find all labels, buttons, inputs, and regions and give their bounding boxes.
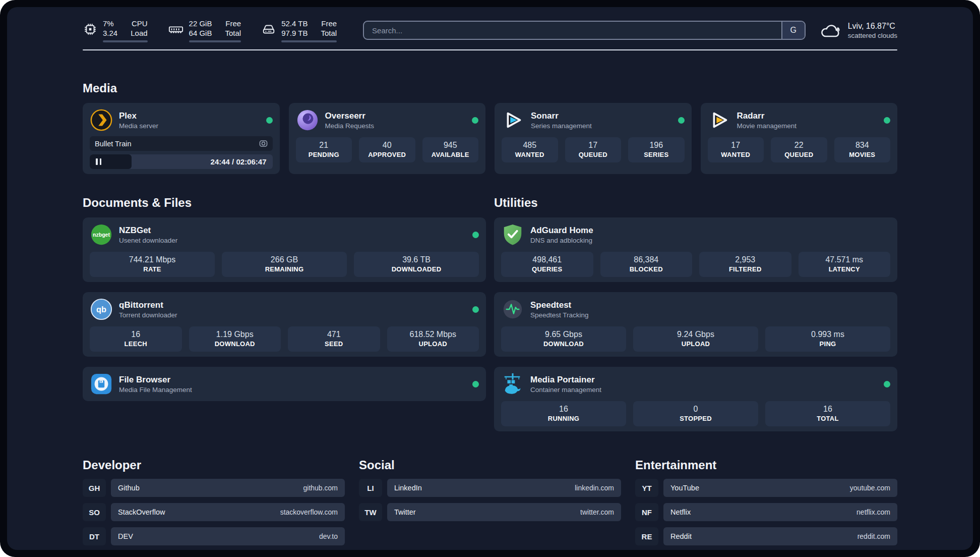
service-subtitle: Media Requests [325, 122, 375, 130]
stat-downloaded: 39.6 TBDOWNLOADED [354, 252, 479, 277]
pause-icon[interactable] [96, 158, 101, 165]
link-dev[interactable]: DT DEVdev.to [83, 527, 345, 545]
search-provider-button[interactable]: G [781, 22, 805, 39]
playback-progress-fill [90, 154, 132, 169]
service-name: Overseerr [325, 110, 375, 121]
cpu-usage-label: CPU [131, 19, 147, 28]
sonarr-card[interactable]: Sonarr Series management 485WANTED 17QUE… [495, 103, 692, 174]
link-stackoverflow[interactable]: SO StackOverflowstackoverflow.com [83, 503, 345, 521]
stat-upload: 9.24 GbpsUPLOAD [633, 326, 758, 352]
stat-latency: 47.571 msLATENCY [799, 252, 891, 277]
link-name: Reddit [670, 532, 692, 540]
service-subtitle: Movie management [737, 122, 797, 130]
link-netflix[interactable]: NF Netflixnetflix.com [635, 503, 897, 521]
service-name: File Browser [119, 374, 192, 385]
overseerr-icon [296, 108, 319, 132]
svg-text:qb: qb [96, 305, 106, 314]
link-abbr: YT [635, 479, 658, 497]
link-name: Netflix [670, 508, 691, 516]
stat-running: 16RUNNING [501, 401, 626, 426]
search-input[interactable] [364, 22, 781, 39]
service-subtitle: Usenet downloader [119, 236, 177, 245]
disk-icon [261, 22, 276, 37]
now-playing-title: Bullet Train [95, 140, 132, 148]
section-title-utilities: Utilities [494, 195, 897, 210]
link-abbr: GH [83, 479, 106, 497]
section-title-documents: Documents & Files [83, 195, 486, 210]
link-name: Github [118, 484, 140, 492]
stat-download: 1.19 GbpsDOWNLOAD [189, 326, 281, 352]
entertainment-links-column: Entertainment YT YouTubeyoutube.com NF N… [635, 458, 897, 545]
qbittorrent-icon: qb [90, 298, 113, 321]
stat-ping: 0.993 msPING [765, 326, 890, 352]
now-playing-row: Bullet Train [90, 136, 273, 151]
dashboard: 7% CPU 3.24 Load 22 GiB Free 64 GiB Tota… [7, 7, 973, 550]
stat-download: 9.65 GbpsDOWNLOAD [501, 326, 626, 352]
link-twitter[interactable]: TW Twittertwitter.com [359, 503, 621, 521]
qbittorrent-card[interactable]: qb qBittorrent Torrent downloader 16LEEC… [83, 292, 486, 357]
link-abbr: SO [83, 503, 106, 521]
link-youtube[interactable]: YT YouTubeyoutube.com [635, 479, 897, 497]
stat-approved: 40APPROVED [359, 137, 415, 162]
link-url: youtube.com [850, 484, 890, 492]
status-dot [884, 117, 890, 124]
filebrowser-card[interactable]: File Browser Media File Management [83, 367, 486, 401]
stat-rate: 744.21 MbpsRATE [90, 252, 215, 277]
link-github[interactable]: GH Githubgithub.com [83, 479, 345, 497]
service-name: qBittorrent [119, 300, 177, 310]
link-abbr: DT [83, 527, 106, 545]
link-url: reddit.com [858, 532, 890, 540]
cpu-widget: 7% CPU 3.24 Load [83, 19, 148, 42]
status-dot [472, 381, 479, 387]
status-dot [472, 117, 478, 124]
documents-column: Documents & Files nzbget NZBGet Usenet d… [83, 195, 486, 431]
radarr-card[interactable]: Radarr Movie management 17WANTED 22QUEUE… [701, 103, 898, 174]
service-subtitle: Speedtest Tracking [530, 311, 589, 319]
service-name: Media Portainer [530, 374, 601, 385]
plex-card[interactable]: Plex Media server Bullet Train 24:44 / 0… [83, 103, 280, 174]
memory-free-label: Free [225, 19, 241, 28]
nzbget-card[interactable]: nzbget NZBGet Usenet downloader 744.21 M… [83, 217, 486, 282]
stat-movies: 834MOVIES [834, 137, 891, 162]
adguard-card[interactable]: AdGuard Home DNS and adblocking 498,461Q… [494, 217, 897, 282]
developer-links-column: Developer GH Githubgithub.com SO StackOv… [83, 458, 345, 545]
speedtest-card[interactable]: Speedtest Speedtest Tracking 9.65 GbpsDO… [494, 292, 897, 357]
search-bar: G [363, 21, 806, 40]
cpu-usage-value: 7% [103, 19, 117, 28]
status-dot [472, 306, 479, 313]
service-subtitle: DNS and adblocking [530, 236, 593, 245]
cpu-load-label: Load [131, 28, 147, 38]
plex-icon [90, 108, 113, 132]
stat-stopped: 0STOPPED [633, 401, 758, 426]
service-name: NZBGet [119, 225, 177, 236]
cpu-load-value: 3.24 [103, 28, 117, 38]
link-name: StackOverflow [118, 508, 165, 516]
session-camera-icon[interactable] [259, 140, 268, 147]
section-title-developer: Developer [83, 458, 345, 473]
disk-widget: 52.4 TB Free 97.9 TB Total [261, 19, 337, 42]
link-name: LinkedIn [394, 484, 422, 492]
playback-time: 24:44 / 02:06:47 [211, 157, 267, 166]
service-subtitle: Series management [531, 122, 592, 130]
link-url: dev.to [319, 532, 338, 540]
link-url: linkedin.com [575, 484, 614, 492]
stat-remaining: 266 GBREMAINING [222, 252, 347, 277]
status-dot [884, 381, 890, 387]
link-linkedin[interactable]: LI LinkedInlinkedin.com [359, 479, 621, 497]
link-reddit[interactable]: RE Redditreddit.com [635, 527, 897, 545]
section-title-entertainment: Entertainment [635, 458, 897, 473]
stat-queued: 17QUEUED [565, 137, 622, 162]
top-status-bar: 7% CPU 3.24 Load 22 GiB Free 64 GiB Tota… [83, 18, 897, 42]
svg-text:nzbget: nzbget [93, 232, 110, 238]
service-subtitle: Media File Management [119, 385, 192, 394]
portainer-card[interactable]: Media Portainer Container management 16R… [494, 367, 897, 431]
section-title-social: Social [359, 458, 621, 473]
disk-progress-track [281, 40, 337, 42]
nzbget-icon: nzbget [90, 223, 113, 246]
stat-blocked: 86,384BLOCKED [600, 252, 693, 277]
overseerr-card[interactable]: Overseerr Media Requests 21PENDING 40APP… [289, 103, 486, 174]
link-abbr: RE [635, 527, 658, 545]
link-url: twitter.com [580, 508, 614, 516]
memory-progress-track [189, 40, 241, 42]
adguard-icon [501, 223, 524, 246]
